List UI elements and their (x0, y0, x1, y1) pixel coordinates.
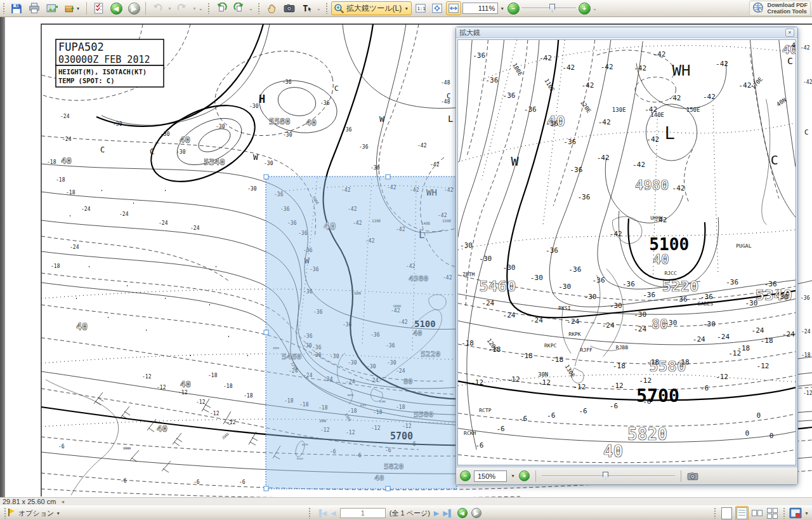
layout-grip[interactable] (714, 507, 717, 519)
map-label: -30 (703, 320, 716, 328)
zoom-out-button[interactable]: − (506, 1, 520, 15)
zoom-in-button[interactable]: + (577, 1, 591, 15)
redo-icon (177, 3, 187, 13)
toolbar-overflow-icon[interactable]: ⌄ (249, 6, 255, 11)
map-label: 40 (653, 252, 669, 267)
map-label: RKPK (568, 331, 581, 337)
rotate-right-button[interactable] (231, 1, 247, 15)
statusbar-grip[interactable] (4, 507, 7, 519)
chevron-down-icon[interactable]: ▾ (499, 6, 505, 11)
two-up-button[interactable] (750, 509, 764, 517)
rotate-right-icon (233, 3, 245, 14)
map-label: -18 (677, 358, 690, 366)
map-label: RJCC (664, 270, 677, 276)
fit-width-button[interactable] (446, 1, 461, 15)
hand-tool-button[interactable] (263, 1, 280, 15)
text-select-button[interactable]: T (299, 1, 315, 15)
magnifier-zoom-out-icon[interactable]: − (460, 470, 471, 481)
map-label: -42 (672, 184, 685, 192)
map-label: 30N (538, 372, 548, 378)
page-number-input[interactable]: 1 (340, 508, 386, 518)
map-label: 130E (612, 107, 626, 113)
previous-page-button[interactable]: ◀ (331, 509, 336, 517)
zoom-slider-track[interactable] (521, 8, 576, 9)
app-window: ▾ ◀ ▶ ▾ ▾ ⌄ ⌄ T ⌄ (0, 0, 812, 520)
chevron-down-icon[interactable]: ▾ (510, 473, 516, 479)
map-line (750, 54, 778, 199)
actual-size-button[interactable]: 1:1 (413, 1, 428, 15)
close-icon[interactable]: × (785, 29, 794, 37)
magnifier-window[interactable]: 拡大鏡 × (455, 27, 798, 485)
collapse-arrow-icon[interactable]: ◂ (61, 498, 64, 505)
save-button[interactable] (8, 1, 25, 15)
view-forward-icon[interactable]: ▶ (471, 508, 481, 518)
map-label: -24 (481, 299, 494, 307)
single-page-button[interactable] (720, 506, 733, 520)
chevron-down-icon[interactable]: ▾ (192, 6, 197, 11)
view-back-icon[interactable]: ◀ (457, 508, 468, 518)
toolbar-grip[interactable] (3, 3, 6, 14)
layout-grip[interactable] (783, 507, 786, 519)
chevron-down-icon[interactable]: ▾ (804, 510, 809, 516)
magnifier-tool-button[interactable]: 拡大鏡ツール(L) ▾ (331, 1, 412, 15)
toolbar-overflow-icon[interactable]: ⌄ (593, 6, 599, 11)
zoom-level-input[interactable]: 111% (462, 3, 498, 14)
export-image-button[interactable] (44, 1, 60, 15)
go-back-button[interactable]: ◀ (108, 1, 124, 15)
redo-button[interactable] (174, 1, 190, 15)
chevron-down-icon[interactable]: ▾ (167, 6, 173, 11)
flag-icon (8, 509, 16, 517)
magnifier-titlebar[interactable]: 拡大鏡 × (456, 27, 797, 38)
toolbar-grip[interactable] (207, 3, 211, 14)
review-checklist-icon (93, 3, 104, 14)
toolbar-grip[interactable] (325, 3, 329, 14)
chevron-down-icon[interactable]: ▾ (403, 6, 409, 11)
map-label: RKSI (558, 305, 570, 311)
zoom-slider[interactable] (521, 3, 576, 14)
map-line (459, 40, 472, 162)
upload-package-button[interactable]: ▾ (62, 1, 83, 15)
undo-button[interactable] (149, 1, 166, 15)
magnifier-viewport[interactable]: WHL40WCC40498051004054605220534080558057… (457, 39, 796, 465)
map-label: -36 (577, 193, 590, 201)
fullscreen-pdf-icon[interactable] (789, 507, 802, 519)
continuous-page-button[interactable] (735, 506, 749, 520)
map-line (691, 472, 694, 474)
magnifier-zoom-input[interactable]: 150% (474, 470, 507, 482)
fit-page-button[interactable] (429, 1, 445, 15)
rotate-left-button[interactable] (213, 1, 230, 15)
magnifier-zoom-in-icon[interactable]: + (519, 470, 530, 481)
hand-icon (266, 3, 277, 14)
toolbar-overflow-icon[interactable]: ⌄ (317, 6, 323, 11)
go-forward-button[interactable]: ▶ (126, 1, 142, 15)
two-up-continuous-button[interactable] (766, 507, 780, 520)
chevron-down-icon[interactable]: ▾ (75, 6, 81, 11)
fit-width-icon (448, 3, 459, 14)
next-page-button[interactable]: ▶ (434, 509, 439, 517)
review-checklist-button[interactable] (90, 1, 107, 15)
map-label: -24 (530, 316, 543, 324)
magnifier-slider-thumb[interactable] (603, 472, 608, 480)
snapshot-button[interactable] (281, 1, 298, 15)
magnifier-zoom-slider[interactable] (542, 470, 675, 482)
download-pdf-tools-button[interactable]: Download PDF Creation Tools (749, 1, 811, 17)
map-line (48, 6, 51, 9)
print-button[interactable] (26, 1, 43, 15)
last-page-button[interactable]: ▶▌ (443, 509, 453, 517)
magnifier-slider-track[interactable] (542, 476, 675, 477)
first-page-button[interactable]: ▐◀ (317, 509, 327, 517)
toolbar-grip[interactable] (258, 3, 261, 14)
download-line1: Download PDF (768, 2, 808, 8)
map-line (458, 381, 796, 400)
map-label: -12 (757, 362, 769, 370)
page-number-value: 1 (361, 509, 365, 517)
zoom-slider-thumb[interactable] (549, 4, 555, 12)
map-label: -30 (503, 263, 516, 272)
export-image-icon (46, 3, 58, 14)
nav-grip[interactable] (308, 507, 311, 519)
magnifier-snapshot-icon[interactable] (687, 470, 698, 482)
map-label: -36 (546, 247, 558, 255)
map-label: -24 (693, 335, 705, 343)
toolbar-overflow-icon[interactable]: ⌄ (199, 6, 205, 11)
chevron-down-icon[interactable]: ▾ (55, 510, 61, 516)
